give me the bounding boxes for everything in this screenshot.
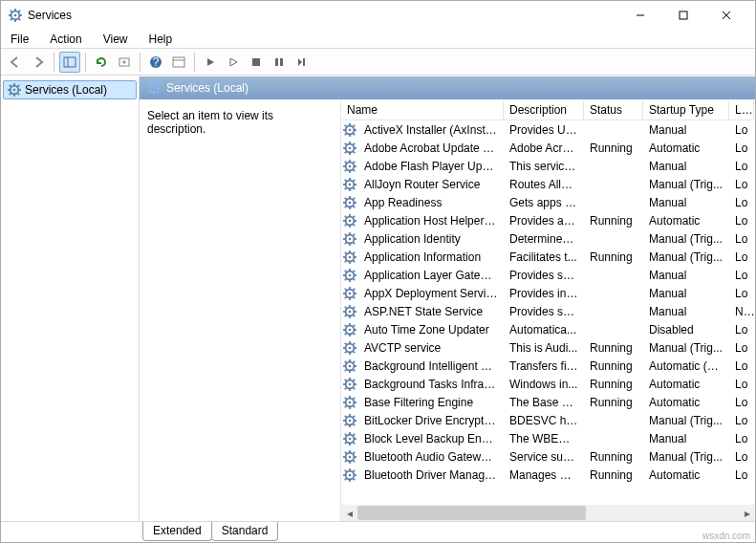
- tree-root-services[interactable]: Services (Local): [3, 80, 137, 99]
- service-row[interactable]: Base Filtering EngineThe Base Fil...Runn…: [341, 393, 755, 411]
- scroll-right-arrow[interactable]: ▸: [739, 505, 755, 521]
- column-name[interactable]: Name: [341, 100, 504, 119]
- refresh-button[interactable]: [91, 52, 112, 73]
- cell-description: Provides Us...: [504, 122, 584, 138]
- cell-description: This is Audi...: [504, 340, 584, 356]
- gear-icon: [147, 81, 161, 95]
- pane-title: Services (Local): [166, 81, 248, 95]
- svg-rect-21: [252, 58, 260, 66]
- service-row[interactable]: Block Level Backup Engine ...The WBENG..…: [341, 429, 755, 447]
- service-row[interactable]: ActiveX Installer (AxInstSV)Provides Us.…: [341, 120, 755, 139]
- cell-name: Bluetooth Driver Managem...: [358, 467, 504, 483]
- cell-status: Running: [584, 213, 643, 228]
- service-row[interactable]: App ReadinessGets apps re...ManualLo: [341, 193, 755, 211]
- properties-button[interactable]: [168, 52, 189, 73]
- column-startup-type[interactable]: Startup Type: [643, 100, 729, 119]
- service-row[interactable]: Auto Time Zone UpdaterAutomatica...Disab…: [341, 320, 755, 338]
- cell-logon: Lo: [729, 159, 754, 174]
- help-button[interactable]: ?: [145, 52, 166, 73]
- cell-startup: Automatic: [643, 467, 729, 483]
- scroll-left-arrow[interactable]: ◂: [341, 505, 357, 521]
- service-row[interactable]: Application InformationFacilitates t...R…: [341, 248, 755, 266]
- cell-startup: Manual: [643, 304, 729, 319]
- tab-extended[interactable]: Extended: [142, 522, 212, 541]
- forward-button[interactable]: [28, 52, 49, 73]
- menu-view[interactable]: View: [99, 32, 132, 47]
- cell-name: App Readiness: [358, 195, 504, 210]
- pane-header: Services (Local): [140, 76, 755, 99]
- tab-standard[interactable]: Standard: [211, 522, 279, 541]
- back-button[interactable]: [5, 52, 26, 73]
- watermark: wsxdn.com: [702, 531, 750, 541]
- service-row[interactable]: AllJoyn Router ServiceRoutes AllJo...Man…: [341, 175, 755, 193]
- cell-startup: Automatic: [643, 377, 729, 392]
- column-description[interactable]: Description: [504, 100, 584, 119]
- menubar: File Action View Help: [1, 30, 755, 49]
- gear-icon: [341, 123, 358, 137]
- service-row[interactable]: AppX Deployment Service (...Provides inf…: [341, 284, 755, 302]
- service-row[interactable]: Adobe Acrobat Update Serv...Adobe Acro..…: [341, 139, 755, 157]
- service-row[interactable]: Application Host Helper Ser...Provides a…: [341, 211, 755, 229]
- service-row[interactable]: Bluetooth Driver Managem...Manages BT...…: [341, 466, 755, 484]
- minimize-button[interactable]: [618, 2, 661, 29]
- cell-logon: Lo: [729, 177, 754, 192]
- service-row[interactable]: ASP.NET State ServiceProvides su...Manua…: [341, 302, 755, 320]
- gear-icon: [341, 214, 358, 228]
- column-logon[interactable]: Lo: [729, 100, 754, 119]
- cell-status: Running: [584, 141, 643, 156]
- cell-description: Facilitates t...: [504, 250, 584, 265]
- description-hint: Select an item to view its description.: [147, 109, 273, 136]
- cell-startup: Disabled: [643, 322, 729, 337]
- svg-text:?: ?: [153, 55, 160, 69]
- service-row[interactable]: Bluetooth Audio Gateway S...Service sup.…: [341, 447, 755, 466]
- service-row[interactable]: Application IdentityDetermines ...Manual…: [341, 229, 755, 248]
- service-row[interactable]: BitLocker Drive Encryption ...BDESVC hos…: [341, 411, 755, 429]
- show-hide-tree-button[interactable]: [59, 52, 80, 73]
- menu-file[interactable]: File: [7, 32, 32, 47]
- gear-icon: [341, 250, 358, 264]
- menu-help[interactable]: Help: [145, 32, 177, 47]
- cell-name: Application Layer Gateway ...: [358, 268, 504, 283]
- cell-status: Running: [584, 395, 643, 410]
- cell-name: Bluetooth Audio Gateway S...: [358, 449, 504, 465]
- restart-service-button[interactable]: [292, 52, 313, 73]
- cell-status: [584, 420, 643, 422]
- cell-logon: Lo: [729, 268, 754, 283]
- service-row[interactable]: Background Intelligent Tran...Transfers …: [341, 357, 755, 375]
- service-row[interactable]: AVCTP serviceThis is Audi...RunningManua…: [341, 338, 755, 357]
- maximize-button[interactable]: [661, 2, 704, 29]
- start-service-alt-button[interactable]: [223, 52, 244, 73]
- tree-root-label: Services (Local): [25, 83, 107, 97]
- cell-description: Manages BT...: [504, 467, 584, 483]
- toolbar: ?: [1, 49, 755, 76]
- stop-service-button[interactable]: [246, 52, 267, 73]
- svg-rect-19: [173, 57, 184, 67]
- svg-rect-23: [280, 58, 283, 66]
- scroll-thumb[interactable]: [357, 506, 586, 520]
- cell-status: [584, 165, 643, 167]
- cell-logon: Lo: [729, 195, 754, 210]
- pause-service-button[interactable]: [269, 52, 290, 73]
- gear-icon: [341, 305, 358, 318]
- cell-description: Service sup...: [504, 449, 584, 465]
- service-row[interactable]: Application Layer Gateway ...Provides su…: [341, 266, 755, 284]
- cell-startup: Automatic (D...: [643, 358, 729, 374]
- cell-name: Application Host Helper Ser...: [358, 213, 504, 228]
- close-button[interactable]: [704, 2, 747, 29]
- horizontal-scrollbar[interactable]: ◂ ▸: [341, 505, 755, 521]
- column-status[interactable]: Status: [584, 100, 643, 119]
- export-list-button[interactable]: [114, 52, 135, 73]
- cell-startup: Automatic: [643, 395, 729, 410]
- service-row[interactable]: Adobe Flash Player Update ...This servic…: [341, 157, 755, 175]
- cell-logon: Lo: [729, 322, 754, 337]
- cell-status: Running: [584, 467, 643, 483]
- cell-status: Running: [584, 340, 643, 356]
- start-service-button[interactable]: [200, 52, 221, 73]
- cell-logon: Lo: [729, 231, 754, 247]
- gear-icon: [341, 378, 358, 391]
- menu-action[interactable]: Action: [46, 32, 85, 47]
- cell-startup: Manual: [643, 122, 729, 138]
- cell-logon: Lo: [729, 377, 754, 392]
- svg-rect-11: [680, 11, 687, 19]
- service-row[interactable]: Background Tasks Infrastru...Windows in.…: [341, 375, 755, 393]
